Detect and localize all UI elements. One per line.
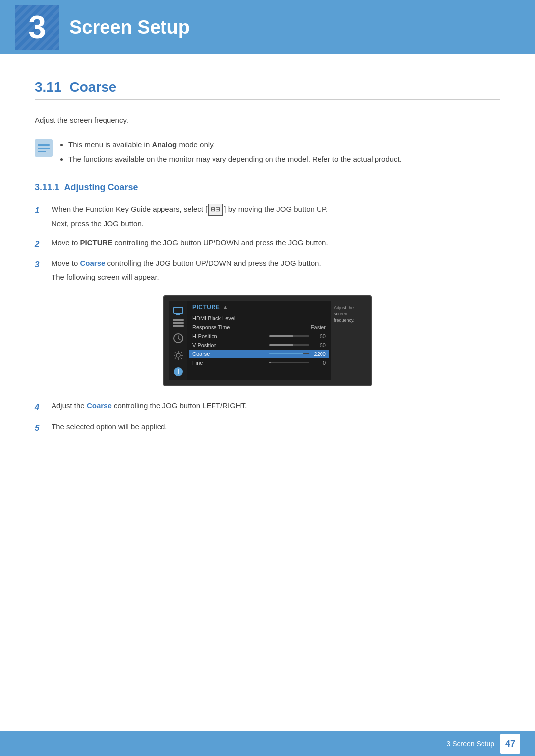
step-num-5: 5 (35, 421, 45, 435)
intro-text: Adjust the screen frequency. (35, 114, 500, 126)
monitor-mockup-wrapper: i PICTURE ▲ HDMI Black Level Response Ti… (35, 295, 500, 386)
subsection-title: Adjusting Coarse (64, 182, 138, 192)
step-text-5: The selected option will be applied. (52, 421, 500, 433)
step-text-4: Adjust the Coarse controlling the JOG bu… (52, 400, 500, 412)
note-box: This menu is available in Analog mode on… (35, 138, 500, 167)
step-num-4: 4 (35, 400, 45, 414)
jog-icon: ⊟⊟ (208, 204, 223, 215)
main-content: 3.11Coarse Adjust the screen frequency. … (0, 54, 535, 486)
header-banner: 3 Screen Setup (0, 0, 535, 54)
menu-title-arrow: ▲ (223, 304, 228, 310)
header-title: Screen Setup (69, 17, 190, 38)
menu-row-hdmi: HDMI Black Level (192, 314, 326, 323)
footer-page-number: 47 (500, 734, 520, 754)
section-heading: 3.11Coarse (35, 79, 500, 100)
step-3-bold: Coarse (80, 259, 106, 267)
svg-rect-2 (38, 148, 50, 149)
step-4-bold: Coarse (87, 402, 112, 410)
menu-row-fine: Fine 0 (192, 358, 326, 367)
monitor-sidebar-left: i (169, 301, 187, 380)
step-num-3: 3 (35, 257, 45, 271)
steps-list-2: 4 Adjust the Coarse controlling the JOG … (35, 400, 500, 435)
sidebar-right-text: Adjust the screen frequency. (334, 305, 363, 324)
step-4: 4 Adjust the Coarse controlling the JOG … (35, 400, 500, 414)
chapter-number: 3 (28, 9, 46, 46)
footer-text: 3 Screen Setup (446, 740, 494, 748)
monitor-sidebar-right: Adjust the screen frequency. (331, 301, 366, 380)
note-item-1: This menu is available in Analog mode on… (68, 138, 402, 151)
steps-list: 1 When the Function Key Guide appears, s… (35, 203, 500, 283)
step-num-2: 2 (35, 237, 45, 251)
step-sub-1: Next, press the JOG button. (52, 218, 500, 230)
section-number: 3.11 (35, 79, 62, 95)
sidebar-monitor-icon (173, 307, 183, 314)
sidebar-info-icon: i (174, 367, 183, 376)
step-sub-3: The following screen will appear. (52, 271, 500, 283)
sidebar-circle-icon (173, 333, 184, 345)
sidebar-gear-icon (173, 350, 184, 362)
step-5: 5 The selected option will be applied. (35, 421, 500, 435)
subsection-number: 3.11.1 (35, 182, 59, 192)
note-item-2: The functions available on the monitor m… (68, 153, 402, 166)
svg-rect-1 (38, 144, 50, 146)
step-text-1: When the Function Key Guide appears, sel… (52, 203, 500, 230)
monitor-mockup: i PICTURE ▲ HDMI Black Level Response Ti… (163, 295, 372, 386)
step-text-3: Move to Coarse controlling the JOG butto… (52, 257, 500, 283)
svg-rect-3 (38, 151, 46, 152)
menu-row-response: Response Time Faster (192, 323, 326, 332)
step-num-1: 1 (35, 203, 45, 217)
note-list: This menu is available in Analog mode on… (59, 138, 402, 167)
note-icon (35, 139, 53, 157)
sidebar-lines-icon (173, 319, 184, 328)
menu-row-coarse: Coarse 2200 (189, 350, 329, 358)
step-2-bold: PICTURE (80, 238, 113, 247)
menu-title: PICTURE ▲ (192, 304, 326, 311)
step-2: 2 Move to PICTURE controlling the JOG bu… (35, 237, 500, 251)
section-title: Coarse (70, 79, 117, 95)
chapter-block: 3 (15, 5, 59, 50)
menu-row-hposition: H-Position 50 (192, 332, 326, 341)
monitor-menu: PICTURE ▲ HDMI Black Level Response Time… (187, 301, 331, 380)
page-footer: 3 Screen Setup 47 (0, 731, 535, 756)
svg-point-5 (176, 353, 180, 357)
step-3: 3 Move to Coarse controlling the JOG but… (35, 257, 500, 283)
step-1: 1 When the Function Key Guide appears, s… (35, 203, 500, 230)
step-text-2: Move to PICTURE controlling the JOG butt… (52, 237, 500, 249)
subsection-heading: 3.11.1 Adjusting Coarse (35, 182, 500, 193)
menu-row-vposition: V-Position 50 (192, 341, 326, 350)
